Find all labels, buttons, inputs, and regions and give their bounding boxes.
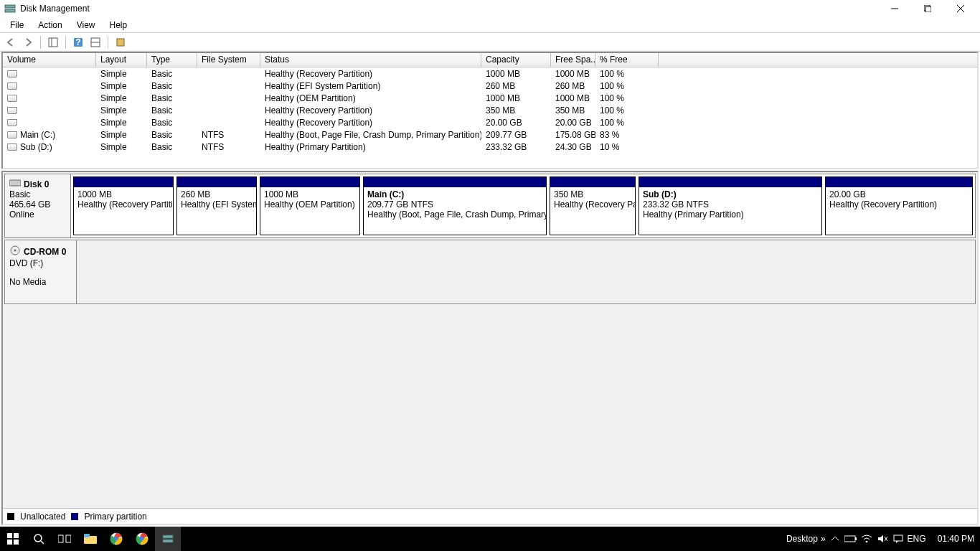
volume-freespace: 20.00 GB — [551, 118, 595, 128]
tray-notification-icon[interactable] — [892, 532, 905, 545]
menu-help[interactable]: Help — [103, 19, 135, 32]
drive-icon — [7, 143, 17, 151]
drive-icon — [7, 119, 17, 126]
close-button[interactable] — [944, 0, 977, 17]
partition[interactable]: 350 MBHealthy (Recovery Partition) — [550, 176, 636, 235]
svg-point-35 — [865, 541, 867, 543]
col-capacity[interactable]: Capacity — [481, 53, 551, 67]
svg-rect-33 — [844, 536, 855, 542]
disk-row-disk0[interactable]: Disk 0 Basic 465.64 GB Online 1000 MBHea… — [4, 174, 976, 238]
minimize-button[interactable] — [878, 0, 911, 17]
disk-type: Basic — [9, 189, 66, 199]
disk-size: 465.64 GB — [9, 199, 66, 209]
tray-chevron-up-icon[interactable] — [829, 532, 842, 545]
partition[interactable]: Sub (D:)233.32 GB NTFSHealthy (Primary P… — [639, 176, 822, 235]
partition[interactable]: Main (C:)209.77 GB NTFSHealthy (Boot, Pa… — [363, 176, 547, 235]
settings-button[interactable] — [113, 34, 128, 50]
forward-button[interactable] — [20, 34, 36, 50]
task-view-button[interactable] — [52, 527, 77, 551]
volume-pctfree: 100 % — [595, 69, 659, 79]
taskbar-diskmgmt[interactable] — [155, 527, 181, 551]
menu-file[interactable]: File — [3, 19, 31, 32]
volume-list-body[interactable]: SimpleBasicHealthy (Recovery Partition)1… — [3, 67, 977, 168]
col-pctfree[interactable]: % Free — [595, 53, 659, 67]
partition-title: Main (C:) — [367, 189, 542, 199]
partition-status: Healthy (EFI System Partition) — [181, 199, 253, 209]
taskbar-chrome-1[interactable] — [103, 527, 129, 551]
volume-row[interactable]: SimpleBasicHealthy (Recovery Partition)1… — [3, 67, 977, 80]
partition[interactable]: 1000 MBHealthy (Recovery Partition) — [73, 176, 174, 235]
legend: Unallocated Primary partition — [3, 508, 977, 524]
volume-pctfree: 100 % — [595, 93, 659, 103]
drive-icon — [7, 107, 17, 114]
menu-view[interactable]: View — [70, 19, 103, 32]
partition-status: Healthy (Primary Partition) — [643, 209, 818, 220]
volume-row[interactable]: Main (C:)SimpleBasicNTFSHealthy (Boot, P… — [3, 128, 977, 141]
volume-row[interactable]: SimpleBasicHealthy (Recovery Partition)3… — [3, 104, 977, 116]
volume-row[interactable]: SimpleBasicHealthy (Recovery Partition)2… — [3, 116, 977, 128]
back-button[interactable] — [3, 34, 19, 50]
volume-status: Healthy (Recovery Partition) — [260, 69, 481, 79]
volume-type: Basic — [147, 105, 197, 116]
volume-pctfree: 100 % — [595, 118, 659, 128]
volume-capacity: 209.77 GB — [481, 130, 551, 140]
partition-size: 260 MB — [181, 189, 253, 199]
drive-icon — [7, 131, 17, 138]
volume-fs: NTFS — [197, 142, 260, 152]
tray-volume-icon[interactable] — [876, 532, 889, 545]
legend-primary: Primary partition — [84, 512, 146, 522]
tray-desktop-label[interactable]: Desktop — [786, 534, 818, 544]
col-layout[interactable]: Layout — [96, 53, 147, 67]
partition[interactable]: 1000 MBHealthy (OEM Partition) — [260, 176, 360, 235]
tray-battery-icon[interactable] — [844, 532, 857, 545]
volume-status: Healthy (Primary Partition) — [260, 142, 481, 152]
volume-type: Basic — [147, 142, 197, 152]
disk-icon — [9, 179, 21, 189]
col-volume[interactable]: Volume — [3, 53, 96, 67]
col-status[interactable]: Status — [260, 53, 481, 67]
col-freespace[interactable]: Free Spa... — [551, 53, 595, 67]
search-button[interactable] — [26, 527, 52, 551]
volume-row[interactable]: SimpleBasicHealthy (EFI System Partition… — [3, 80, 977, 92]
svg-rect-32 — [163, 540, 173, 542]
legend-swatch-primary — [71, 513, 78, 520]
taskbar-explorer[interactable] — [77, 527, 103, 551]
volume-freespace: 24.30 GB — [551, 142, 595, 152]
volume-fs: NTFS — [197, 130, 260, 140]
menu-bar: File Action View Help — [0, 17, 980, 33]
volume-freespace: 350 MB — [551, 105, 595, 116]
maximize-button[interactable] — [911, 0, 944, 17]
volume-list-header: Volume Layout Type File System Status Ca… — [3, 53, 977, 67]
disk-row-cdrom[interactable]: CD-ROM 0 DVD (F:) No Media — [4, 240, 976, 304]
show-hide-console-tree-button[interactable] — [45, 34, 61, 50]
volume-freespace: 175.08 GB — [551, 130, 595, 140]
volume-type: Basic — [147, 93, 197, 103]
svg-rect-4 — [925, 6, 931, 12]
legend-unallocated: Unallocated — [20, 512, 65, 522]
toolbar: ? — [0, 33, 980, 52]
col-filesystem[interactable]: File System — [197, 53, 260, 67]
help-button[interactable]: ? — [70, 34, 86, 50]
partition-size: 209.77 GB NTFS — [367, 199, 542, 209]
volume-status: Healthy (EFI System Partition) — [260, 81, 481, 91]
volume-row[interactable]: Sub (D:)SimpleBasicNTFSHealthy (Primary … — [3, 141, 977, 153]
volume-row[interactable]: SimpleBasicHealthy (OEM Partition)1000 M… — [3, 92, 977, 104]
col-type[interactable]: Type — [147, 53, 197, 67]
view-button[interactable] — [88, 34, 103, 50]
svg-rect-1 — [5, 9, 15, 12]
volume-status: Healthy (Recovery Partition) — [260, 105, 481, 116]
menu-action[interactable]: Action — [31, 19, 69, 32]
taskbar-chrome-2[interactable] — [129, 527, 155, 551]
tray-clock[interactable]: 01:40 PM — [938, 534, 974, 544]
volume-capacity: 350 MB — [481, 105, 551, 116]
start-button[interactable] — [0, 527, 26, 551]
tray-desktop-toggle-icon[interactable]: » — [821, 534, 826, 544]
cdrom-sub: DVD (F:) — [9, 258, 72, 268]
svg-point-16 — [14, 250, 17, 252]
volume-list: Volume Layout Type File System Status Ca… — [1, 52, 979, 169]
tray-language[interactable]: ENG — [908, 534, 926, 544]
tray-wifi-icon[interactable] — [860, 532, 873, 545]
svg-rect-38 — [894, 535, 903, 541]
partition[interactable]: 20.00 GBHealthy (Recovery Partition) — [825, 176, 973, 235]
partition[interactable]: 260 MBHealthy (EFI System Partition) — [176, 176, 257, 235]
